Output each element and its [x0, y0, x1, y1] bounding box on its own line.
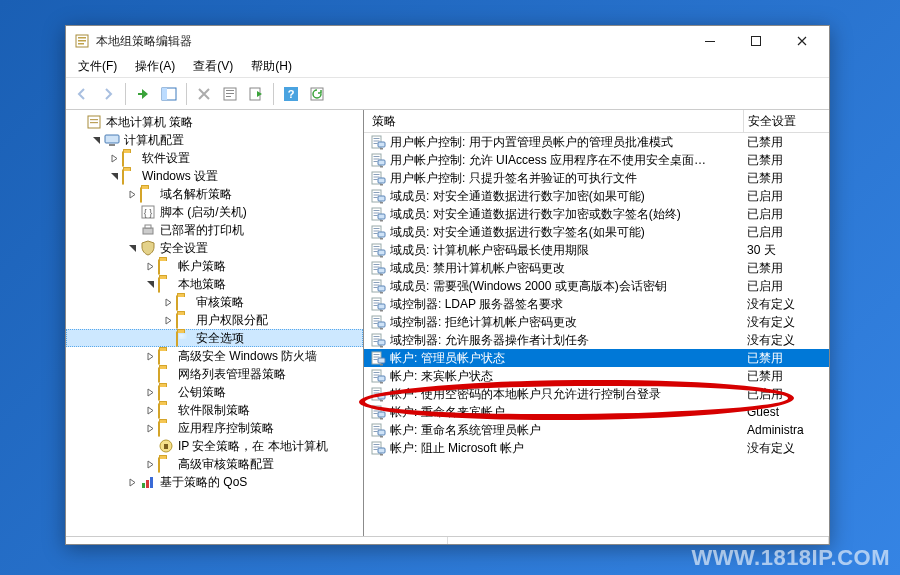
svg-rect-58	[378, 214, 385, 219]
close-button[interactable]	[779, 27, 825, 55]
svg-rect-46	[378, 178, 385, 183]
policy-row[interactable]: 用户帐户控制: 用于内置管理员帐户的管理员批准模式已禁用	[364, 133, 829, 151]
tree-item-appcontrol[interactable]: 应用程序控制策略	[66, 419, 363, 437]
policy-row[interactable]: 用户帐户控制: 允许 UIAccess 应用程序在不使用安全桌面…已禁用	[364, 151, 829, 169]
tree-twist-icon[interactable]	[144, 260, 156, 272]
policy-value: 30 天	[747, 242, 829, 259]
policy-row[interactable]: 域成员: 对安全通道数据进行数字加密或数字签名(始终)已启用	[364, 205, 829, 223]
tree-item-printers[interactable]: 已部署的打印机	[66, 221, 363, 239]
tree-item-secopts[interactable]: 安全选项	[66, 329, 363, 347]
tree-item-software[interactable]: 软件设置	[66, 149, 363, 167]
svg-rect-113	[380, 382, 383, 384]
tree-twist-icon[interactable]	[162, 296, 174, 308]
maximize-button[interactable]	[733, 27, 779, 55]
menu-help[interactable]: 帮助(H)	[245, 56, 298, 77]
tree-item-computer[interactable]: 计算机配置	[66, 131, 363, 149]
tree-item-firewall[interactable]: 高级安全 Windows 防火墙	[66, 347, 363, 365]
policy-icon	[370, 368, 386, 384]
svg-rect-87	[374, 305, 378, 306]
folder-icon	[122, 150, 138, 166]
policy-name: 域成员: 禁用计算机帐户密码更改	[390, 260, 747, 277]
svg-rect-127	[374, 426, 380, 427]
tree-item-audit[interactable]: 审核策略	[66, 293, 363, 311]
policy-row[interactable]: 帐户: 阻止 Microsoft 帐户没有定义	[364, 439, 829, 457]
forward-button[interactable]	[96, 82, 120, 106]
policy-row[interactable]: 帐户: 重命名系统管理员帐户Administra	[364, 421, 829, 439]
svg-rect-119	[380, 400, 383, 402]
back-button[interactable]	[70, 82, 94, 106]
tree-twist-icon[interactable]	[126, 242, 138, 254]
tree-twist-icon[interactable]	[144, 350, 156, 362]
tree-item-softrestrict[interactable]: 软件限制策略	[66, 401, 363, 419]
tree-twist-icon[interactable]	[90, 134, 102, 146]
tree-twist-icon[interactable]	[108, 152, 120, 164]
menu-view[interactable]: 查看(V)	[187, 56, 239, 77]
tree-item-userrights[interactable]: 用户权限分配	[66, 311, 363, 329]
svg-rect-112	[378, 376, 385, 381]
policy-row[interactable]: 帐户: 重命名来宾帐户Guest	[364, 403, 829, 421]
list-body[interactable]: 用户帐户控制: 用于内置管理员帐户的管理员批准模式已禁用用户帐户控制: 允许 U…	[364, 133, 829, 536]
policy-row[interactable]: 帐户: 使用空密码的本地帐户只允许进行控制台登录已启用	[364, 385, 829, 403]
tree-twist-icon[interactable]	[162, 314, 174, 326]
policy-row[interactable]: 域成员: 对安全通道数据进行数字签名(如果可能)已启用	[364, 223, 829, 241]
svg-rect-116	[374, 393, 380, 394]
menu-action[interactable]: 操作(A)	[129, 56, 181, 77]
tree-twist-icon[interactable]	[144, 386, 156, 398]
show-hide-tree-button[interactable]	[157, 82, 181, 106]
policy-row[interactable]: 帐户: 来宾帐户状态已禁用	[364, 367, 829, 385]
export-list-button[interactable]	[244, 82, 268, 106]
policy-name: 域成员: 对安全通道数据进行数字签名(如果可能)	[390, 224, 747, 241]
policy-row[interactable]: 域成员: 需要强(Windows 2000 或更高版本)会话密钥已启用	[364, 277, 829, 295]
policy-value: Guest	[747, 405, 829, 419]
tree-twist-icon[interactable]	[126, 188, 138, 200]
menu-file[interactable]: 文件(F)	[72, 56, 123, 77]
tree-item-advaudit[interactable]: 高级审核策略配置	[66, 455, 363, 473]
tree-twist-icon[interactable]	[126, 476, 138, 488]
policy-name: 域成员: 对安全通道数据进行数字加密(如果可能)	[390, 188, 747, 205]
svg-rect-130	[378, 430, 385, 435]
tree-item-scripts[interactable]: { }脚本 (启动/关机)	[66, 203, 363, 221]
policy-icon	[370, 278, 386, 294]
svg-rect-95	[380, 328, 383, 330]
help-button[interactable]: ?	[279, 82, 303, 106]
tree-item-pubkey[interactable]: 公钥策略	[66, 383, 363, 401]
policy-value: 没有定义	[747, 440, 829, 457]
tree-item-qos[interactable]: 基于策略的 QoS	[66, 473, 363, 491]
tree-item-ipsec[interactable]: IP 安全策略，在 本地计算机	[66, 437, 363, 455]
tree-item-root[interactable]: 本地计算机 策略	[66, 113, 363, 131]
policy-row[interactable]: 域成员: 禁用计算机帐户密码更改已禁用	[364, 259, 829, 277]
policy-row[interactable]: 域成员: 对安全通道数据进行数字加密(如果可能)已启用	[364, 187, 829, 205]
minimize-button[interactable]	[687, 27, 733, 55]
svg-rect-97	[374, 336, 380, 337]
col-policy[interactable]: 策略	[364, 113, 743, 130]
tree-item-security[interactable]: 安全设置	[66, 239, 363, 257]
tree-item-localpol[interactable]: 本地策略	[66, 275, 363, 293]
policy-row[interactable]: 域控制器: 拒绝计算机帐户密码更改没有定义	[364, 313, 829, 331]
up-level-button[interactable]	[131, 82, 155, 106]
tree-pane[interactable]: 本地计算机 策略计算机配置软件设置Windows 设置域名解析策略{ }脚本 (…	[66, 110, 364, 536]
tree-twist-icon[interactable]	[108, 170, 120, 182]
svg-rect-62	[374, 231, 380, 232]
svg-rect-64	[378, 232, 385, 237]
policy-row[interactable]: 域成员: 计算机帐户密码最长使用期限30 天	[364, 241, 829, 259]
policy-row[interactable]: 域控制器: LDAP 服务器签名要求没有定义	[364, 295, 829, 313]
policy-row[interactable]: 用户帐户控制: 只提升签名并验证的可执行文件已禁用	[364, 169, 829, 187]
delete-button[interactable]	[192, 82, 216, 106]
tree-twist-icon[interactable]	[144, 278, 156, 290]
tree-twist-icon[interactable]	[144, 422, 156, 434]
tree-item-netlist[interactable]: 网络列表管理器策略	[66, 365, 363, 383]
col-setting[interactable]: 安全设置	[743, 110, 829, 132]
tree-twist-icon[interactable]	[144, 458, 156, 470]
policy-name: 域控制器: 拒绝计算机帐户密码更改	[390, 314, 747, 331]
root-icon	[86, 114, 102, 130]
tree-label: 帐户策略	[178, 258, 226, 275]
refresh-button[interactable]	[305, 82, 329, 106]
tree-item-windows[interactable]: Windows 设置	[66, 167, 363, 185]
policy-row[interactable]: 域控制器: 允许服务器操作者计划任务没有定义	[364, 331, 829, 349]
policy-row[interactable]: 帐户: 管理员帐户状态已禁用	[364, 349, 829, 367]
properties-button[interactable]	[218, 82, 242, 106]
tree-twist-icon[interactable]	[144, 404, 156, 416]
tree-item-accountpol[interactable]: 帐户策略	[66, 257, 363, 275]
svg-rect-57	[374, 215, 378, 216]
tree-item-dns[interactable]: 域名解析策略	[66, 185, 363, 203]
